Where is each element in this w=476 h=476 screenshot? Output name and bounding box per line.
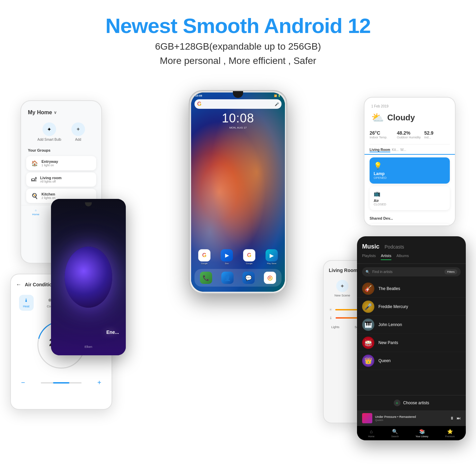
- room-living[interactable]: 🛋 Living room All lights off: [26, 172, 96, 187]
- dark-screen-label: Ene...: [106, 329, 119, 335]
- add-bulb-action[interactable]: ✦ Add Smart Bulb: [37, 122, 61, 141]
- play-pause-button[interactable]: ⏸: [450, 416, 454, 421]
- dock-messages[interactable]: 💬: [239, 272, 259, 284]
- new-scene-action[interactable]: ✦ New Scene: [335, 280, 350, 297]
- phone-search-bar[interactable]: G 🎤: [194, 99, 282, 109]
- music-search: 🔍 Find in artists Filters: [362, 267, 461, 276]
- music-tabs: Playlists Artists Albums: [357, 254, 466, 264]
- artist-newpants[interactable]: 🥁 New Pants: [357, 334, 466, 352]
- choose-artists[interactable]: + Choose artists: [357, 395, 466, 410]
- smarthome-title: My Home ∨: [21, 101, 101, 119]
- page-title: Newest Smooth Android 12: [7, 14, 469, 38]
- lamp-device[interactable]: 💡 Lamp OPENED: [370, 157, 450, 184]
- ac-mode-heat[interactable]: 🌡 Heat: [19, 295, 34, 311]
- weather-date: 1 Feb 2019: [364, 98, 455, 110]
- room-entryway[interactable]: 🏠 Entryway 1 light on: [26, 156, 96, 170]
- weather-rooms: Living Room Kit... W...: [364, 146, 455, 155]
- mic-icon: 🎤: [275, 102, 279, 106]
- weather-main: ⛅ Cloudy: [364, 110, 455, 127]
- weather-icon: ⛅: [371, 112, 384, 123]
- music-bottom-nav: ⌂ Home 🔍 Search 📚 Your Library ⭐ Premium: [357, 426, 466, 440]
- app-google[interactable]: G Google: [194, 249, 214, 265]
- weather-stats: 26°C Indoor Temp. 48.2% Outdoor Humidity…: [364, 127, 455, 142]
- weather-screen: 1 Feb 2019 ⛅ Cloudy 26°C Indoor Temp. 48…: [364, 97, 456, 226]
- phone-dock: 📞 👤 💬: [194, 269, 282, 287]
- center-phone: 10:08 📶 🔋 G 🎤 10:08: [189, 90, 287, 294]
- page-header: Newest Smooth Android 12 6GB+128GB(expan…: [0, 0, 476, 73]
- add-action[interactable]: + Add: [71, 122, 85, 141]
- app-play-store[interactable]: ▶ Play Store: [262, 249, 282, 265]
- music-header: Music Podcasts: [357, 236, 466, 254]
- app-duo[interactable]: ▶ Duo: [217, 249, 237, 265]
- filters-button[interactable]: Filters: [444, 269, 457, 274]
- phone-screen: 10:08 📶 🔋 G 🎤 10:08: [191, 92, 285, 292]
- artist-lennon[interactable]: 🎹 John Lennon: [357, 316, 466, 334]
- dock-phone[interactable]: 📞: [196, 272, 216, 284]
- artist-freddie[interactable]: 🎤 Freddie Mercury: [357, 298, 466, 316]
- now-playing: Under Pressure • Remastered Queen ⏸ ⏭: [357, 410, 466, 426]
- temp-decrease[interactable]: −: [21, 379, 25, 387]
- shared-device[interactable]: 🎵 Cold W... Raz Dez...: [370, 224, 450, 226]
- back-button[interactable]: ←: [16, 282, 21, 288]
- dark-phone-screen: Ene... Elken: [51, 199, 126, 355]
- tab-playlists[interactable]: Playlists: [362, 254, 376, 260]
- tab-artists[interactable]: Artists: [381, 254, 391, 260]
- music-screen: Music Podcasts Playlists Artists Albums …: [357, 236, 466, 440]
- air-device[interactable]: 📺 Air CLOSED: [370, 186, 450, 210]
- nav-premium[interactable]: ⭐ Premium: [445, 429, 455, 438]
- tab-albums[interactable]: Albums: [396, 254, 409, 260]
- purple-orb: [65, 247, 112, 308]
- your-groups-label: Your Groups: [21, 145, 101, 154]
- phones-area: My Home ∨ ✦ Add Smart Bulb + Add Your Gr…: [0, 80, 476, 454]
- next-button[interactable]: ⏭: [457, 416, 461, 421]
- nav-library[interactable]: 📚 Your Library: [415, 429, 428, 438]
- ac-controls: − +: [11, 375, 112, 390]
- subtitle-1: 6GB+128GB(expandable up to 256GB): [7, 41, 469, 52]
- dock-contacts[interactable]: 👤: [218, 272, 237, 284]
- search-icon: 🔍: [366, 270, 370, 274]
- subtitle-2: More personal , More efficient , Safer: [7, 55, 469, 66]
- dock-chrome[interactable]: ◎: [260, 272, 280, 284]
- app-grid: G Google ▶ Duo G: [194, 249, 282, 265]
- artist-queen[interactable]: 👑 Queen: [357, 352, 466, 370]
- nav-home[interactable]: ⌂ Home: [368, 429, 375, 438]
- shared-devices-title: Shared Dev...: [364, 213, 455, 224]
- temp-increase[interactable]: +: [97, 379, 101, 387]
- smarthome-actions: ✦ Add Smart Bulb + Add: [21, 119, 101, 145]
- nav-home[interactable]: ⌂ Home: [32, 209, 39, 216]
- phone-clock: 10:08 MON, AUG 17: [191, 111, 285, 129]
- nav-search[interactable]: 🔍 Search: [391, 429, 399, 438]
- artist-beatles[interactable]: 🎸 The Beatles: [357, 280, 466, 298]
- app-google2[interactable]: G Google: [239, 249, 259, 265]
